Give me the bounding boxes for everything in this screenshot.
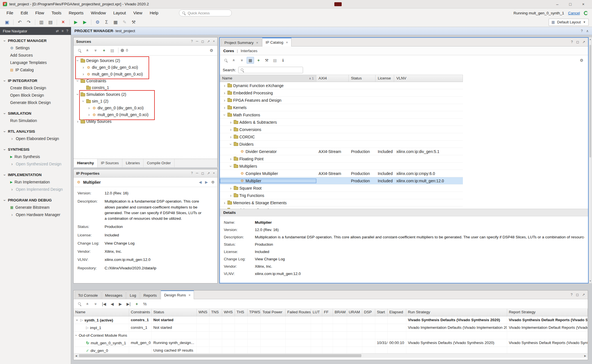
menu-tools[interactable]: Tools <box>48 8 65 17</box>
column-header-elapsed[interactable]: Elapsed <box>388 309 406 316</box>
chevron-down-icon[interactable]: › <box>3 148 7 151</box>
menu-file[interactable]: File <box>3 8 17 17</box>
source-tree-item-div-gen-0[interactable]: ›⚙div_gen_0 (div_gen_0.xci) <box>74 105 217 111</box>
dock-icon[interactable]: ⇄ <box>56 29 59 33</box>
catalog-row-kernels[interactable]: ›Kernels <box>220 104 463 111</box>
column-header-vlnv[interactable]: VLNV <box>394 75 463 82</box>
column-header-run-strategy[interactable]: Run Strategy <box>406 309 507 316</box>
source-tree-item-mult-gen-0[interactable]: ›⚙mult_gen_0 (mult_gen_0.xci) <box>74 71 217 77</box>
minimize-icon[interactable]: ─ <box>196 39 198 43</box>
catalog-row-cordic[interactable]: ›CORDIC <box>220 133 463 141</box>
column-header-failed-routes[interactable]: Failed Routes <box>286 309 311 316</box>
sources-tab-ip-sources[interactable]: IP Sources <box>98 159 122 167</box>
flownav-item-open-hardware-manager[interactable]: ›Open Hardware Manager <box>0 211 71 218</box>
flownav-item-open-synthesized-design[interactable]: ›Open Synthesized Design <box>0 160 71 168</box>
run-row-mult-gen-0-synth-1[interactable]: ↻mult_gen_0_synth_1mult_gen_0Running syn… <box>74 339 588 347</box>
scrollbar-thumb[interactable] <box>589 45 591 157</box>
search-icon[interactable] <box>76 47 83 54</box>
column-header-tns[interactable]: TNS <box>209 309 222 316</box>
chevron-down-icon[interactable]: › <box>3 79 7 83</box>
column-header-uram[interactable]: URAM <box>347 309 362 316</box>
chevron-right-icon[interactable]: › <box>229 120 233 124</box>
column-header-tpws[interactable]: TPWS <box>248 309 261 316</box>
catalog-search-input[interactable] <box>238 67 303 73</box>
chevron-right-icon[interactable]: › <box>223 106 226 110</box>
flownav-item-open-implemented-design[interactable]: ›Open Implemented Design <box>0 186 71 193</box>
column-header-axi4[interactable]: AXI4 <box>316 75 349 82</box>
collapse-all-icon[interactable]: « <box>230 57 238 64</box>
tab-messages[interactable]: Messages <box>102 291 126 299</box>
maximize-icon[interactable]: ◻ <box>201 39 204 43</box>
percent-icon[interactable]: % <box>141 301 149 307</box>
copy-button[interactable]: ▥ <box>37 19 46 26</box>
catalog-row-dynamic-function-exchange[interactable]: ›Dynamic Function eXchange <box>220 82 463 89</box>
scroll-down-icon[interactable]: ▼ <box>589 279 592 283</box>
chevron-right-icon[interactable]: › <box>223 98 226 102</box>
source-tree-item-div-gen-0[interactable]: ›⚙div_gen_0 (div_gen_0.xci) <box>74 64 217 71</box>
chevron-down-icon[interactable]: › <box>3 39 7 43</box>
flownav-item-ip-catalog[interactable]: ▤IP Catalog <box>0 66 71 74</box>
source-tree-item-simulation-sources[interactable]: ›Simulation Sources (2) <box>74 91 217 98</box>
flownav-section-header-program-and-debug[interactable]: ›PROGRAM AND DEBUG <box>0 197 71 204</box>
help-icon[interactable]: ? <box>571 40 573 44</box>
flownav-section-header-implementation[interactable]: ›IMPLEMENTATION <box>0 171 71 178</box>
menu-flow[interactable]: Flow <box>32 8 48 17</box>
chevron-right-icon[interactable]: › <box>87 106 91 110</box>
help-icon[interactable]: ? <box>581 29 583 33</box>
source-tree-item-constraints[interactable]: ›Constraints <box>74 77 217 84</box>
debug-button[interactable]: ⚒ <box>129 19 138 26</box>
tab-project-summary[interactable]: Project Summary× <box>221 39 262 46</box>
flownav-item-run-implementation[interactable]: ▶Run Implementation <box>0 178 71 186</box>
sources-tab-libraries[interactable]: Libraries <box>122 159 143 167</box>
flownav-section-header-project-manager[interactable]: ›PROJECT MANAGER <box>0 37 71 44</box>
add-icon[interactable]: + <box>255 57 262 64</box>
column-header-wns[interactable]: WNS <box>197 309 209 316</box>
run-row-out-of-context-module-runs[interactable]: ›Out-of-Context Module Runs <box>74 332 588 339</box>
source-tree-item-design-sources[interactable]: ›Design Sources (2) <box>74 57 217 64</box>
catalog-row-partial-reconfiguration[interactable]: ›Partial Reconfiguration <box>220 207 463 209</box>
source-tree-item-constrs-1[interactable]: constrs_1 <box>74 84 217 91</box>
catalog-row-square-root[interactable]: ›Square Root <box>220 185 463 192</box>
tab-tcl-console[interactable]: Tcl Console <box>75 291 101 299</box>
vertical-scrollbar[interactable]: ▲ ▼ <box>589 37 592 283</box>
chevron-right-icon[interactable]: › <box>229 194 233 197</box>
flownav-item-settings[interactable]: ⚙Settings <box>0 44 71 52</box>
expand-all-icon[interactable]: » <box>92 301 100 307</box>
minimize-icon[interactable]: ─ <box>196 171 198 175</box>
flownav-item-generate-block-design[interactable]: Generate Block Design <box>0 99 71 106</box>
menu-help[interactable]: Help <box>146 8 162 17</box>
step-first-icon[interactable]: |◀ <box>100 301 108 307</box>
close-button[interactable]: × <box>577 1 589 8</box>
column-header-bram[interactable]: BRAM <box>333 309 347 316</box>
scrollbar-track[interactable] <box>78 354 583 358</box>
redo-button[interactable]: ↷ <box>25 19 33 26</box>
sum-button[interactable]: Σ <box>102 19 111 26</box>
column-header-start[interactable]: Start <box>375 309 388 316</box>
column-header-name[interactable]: Name∧ 1 <box>220 75 316 82</box>
collapse-all-icon[interactable]: « <box>84 301 91 307</box>
float-icon[interactable]: ↗ <box>582 293 585 297</box>
gear-icon[interactable]: ⚙ <box>211 180 215 184</box>
search-icon[interactable] <box>222 57 229 64</box>
catalog-row-dividers[interactable]: ›Dividers <box>220 141 463 148</box>
collapse-all-icon[interactable]: « <box>84 47 91 54</box>
scroll-right-icon[interactable]: ▶ <box>583 354 587 357</box>
close-icon[interactable]: × <box>188 293 191 297</box>
catalog-row-multiplier[interactable]: ⚙MultiplierProductionIncludedxilinx.com:… <box>220 177 463 185</box>
scroll-left-icon[interactable]: ◀ <box>74 354 78 357</box>
cancel-run-link[interactable]: Cancel <box>568 11 580 15</box>
tab-cores[interactable]: Cores <box>223 49 234 53</box>
chevron-right-icon[interactable]: › <box>229 128 233 132</box>
column-header-lut[interactable]: LUT <box>311 309 322 316</box>
play-icon[interactable]: ▶ <box>117 301 124 307</box>
chevron-down-icon[interactable]: › <box>3 198 7 202</box>
info-icon[interactable]: ℹ <box>279 57 287 64</box>
close-icon[interactable]: × <box>286 40 288 45</box>
close-icon[interactable]: × <box>213 39 215 43</box>
flownav-section-header-ip-integrator[interactable]: ›IP INTEGRATOR <box>0 77 71 84</box>
chevron-right-icon[interactable]: › <box>229 157 233 161</box>
column-header-total-power[interactable]: Total Power <box>261 309 286 316</box>
catalog-row-memories-storage-elements[interactable]: ›Memories & Storage Elements <box>220 199 463 207</box>
chevron-down-icon[interactable]: › <box>81 99 85 103</box>
chevron-down-icon[interactable]: › <box>229 164 233 168</box>
